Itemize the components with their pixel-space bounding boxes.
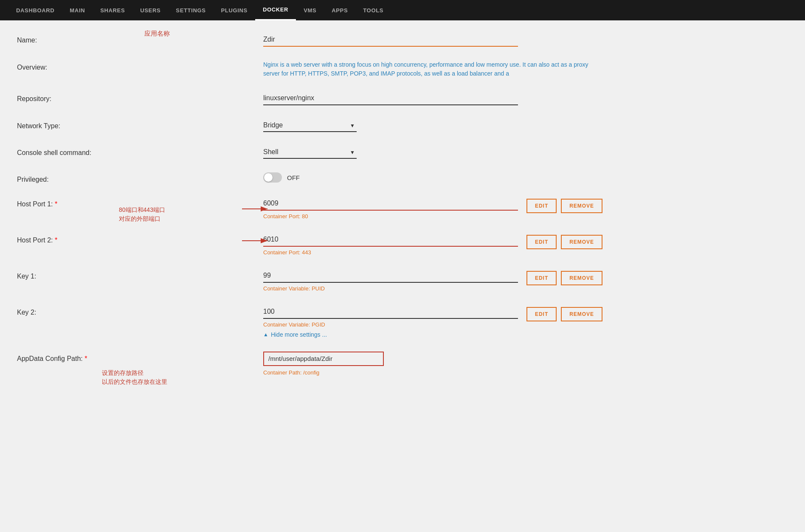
- port2-row-inner: Container Port: 443 EDIT REMOVE: [263, 233, 788, 256]
- port1-remove-button[interactable]: REMOVE: [561, 199, 602, 213]
- key2-remove-button[interactable]: REMOVE: [561, 307, 602, 321]
- repository-input[interactable]: [263, 92, 518, 105]
- chevron-up-icon: ▲: [263, 332, 268, 338]
- main-nav: DASHBOARD MAIN SHARES USERS SETTINGS PLU…: [0, 0, 805, 20]
- repository-row: Repository:: [17, 92, 788, 105]
- appdata-row: AppData Config Path: * Container Path: /…: [17, 352, 788, 376]
- port1-btn-group: EDIT REMOVE: [526, 197, 602, 213]
- overview-row: Overview: Nginx is a web server with a s…: [17, 60, 788, 78]
- nav-item-shares[interactable]: SHARES: [93, 0, 132, 20]
- key1-row-inner: Container Variable: PUID EDIT REMOVE: [263, 269, 788, 292]
- appdata-path-wrapper: [263, 352, 384, 366]
- key2-edit-button[interactable]: EDIT: [526, 307, 557, 321]
- host-port1-field: Container Port: 80 EDIT REMOVE: [263, 197, 788, 220]
- appdata-label: AppData Config Path: *: [17, 352, 263, 363]
- console-shell-wrapper: Shell bash sh ▼: [263, 146, 357, 159]
- host-port2-input[interactable]: [263, 233, 518, 247]
- name-input[interactable]: [263, 33, 518, 47]
- network-type-field: Bridge Host None ▼: [263, 119, 788, 132]
- host-port2-label: Host Port 2: *: [17, 233, 263, 244]
- console-shell-select[interactable]: Shell bash sh: [263, 146, 357, 159]
- appdata-required: *: [84, 355, 87, 362]
- nav-item-vms[interactable]: VMS: [296, 0, 324, 20]
- console-shell-label: Console shell command:: [17, 146, 263, 157]
- host-port1-input[interactable]: [263, 197, 518, 211]
- toggle-knob: [264, 173, 273, 182]
- appdata-annotation: 设置的存放路径 以后的文件也存放在这里: [102, 369, 167, 386]
- privileged-toggle-wrapper: OFF: [263, 172, 788, 183]
- nav-item-settings[interactable]: SETTINGS: [168, 0, 213, 20]
- key1-field: Container Variable: PUID EDIT REMOVE: [263, 269, 788, 292]
- key1-edit-button[interactable]: EDIT: [526, 271, 557, 285]
- key1-input[interactable]: [263, 269, 518, 283]
- overview-field: Nginx is a web server with a strong focu…: [263, 60, 788, 78]
- key1-container-label: Container Variable: PUID: [263, 285, 518, 292]
- name-annotation: 应用名称: [144, 29, 170, 39]
- appdata-input[interactable]: [268, 355, 379, 362]
- host-port2-required: *: [55, 236, 57, 244]
- privileged-label: Privileged:: [17, 172, 263, 183]
- port2-remove-button[interactable]: REMOVE: [561, 235, 602, 249]
- nav-item-main[interactable]: MAIN: [62, 0, 93, 20]
- key2-input[interactable]: [263, 305, 518, 319]
- overview-text: Nginx is a web server with a strong focu…: [263, 60, 603, 78]
- name-field: 应用名称: [263, 33, 788, 47]
- privileged-toggle[interactable]: [263, 172, 282, 183]
- network-type-wrapper: Bridge Host None ▼: [263, 119, 357, 132]
- nav-item-plugins[interactable]: PLUGINS: [214, 0, 255, 20]
- key2-row-inner: Container Variable: PGID EDIT REMOVE: [263, 305, 788, 328]
- console-shell-field: Shell bash sh ▼: [263, 146, 788, 159]
- main-content: Name: 应用名称 Overview: Nginx is a web serv…: [0, 20, 805, 402]
- key2-row: Key 2: Container Variable: PGID EDIT REM…: [17, 305, 788, 338]
- nav-item-docker[interactable]: DOCKER: [255, 0, 296, 20]
- container-port2-label: Container Port: 443: [263, 249, 518, 256]
- host-port2-field: Container Port: 443 EDIT REMOVE: [263, 233, 788, 256]
- key1-btn-group: EDIT REMOVE: [526, 269, 602, 285]
- key1-label: Key 1:: [17, 269, 263, 280]
- key2-btn-group: EDIT REMOVE: [526, 305, 602, 321]
- privileged-row: Privileged: OFF: [17, 172, 788, 183]
- key1-row: Key 1: Container Variable: PUID EDIT REM…: [17, 269, 788, 292]
- port1-row-inner: Container Port: 80 EDIT REMOVE: [263, 197, 788, 220]
- network-type-select[interactable]: Bridge Host None: [263, 119, 357, 132]
- name-row: Name: 应用名称: [17, 33, 788, 47]
- host-port1-label: Host Port 1: *: [17, 197, 263, 208]
- key2-label: Key 2:: [17, 305, 263, 316]
- host-port1-row: Host Port 1: * Container Port: 80 EDIT R…: [17, 197, 788, 220]
- hide-settings-label: Hide more settings ...: [271, 331, 327, 338]
- port1-edit-button[interactable]: EDIT: [526, 199, 557, 213]
- appdata-container-label: Container Path: /config: [263, 369, 788, 376]
- appdata-field: Container Path: /config: [263, 352, 788, 376]
- privileged-state-label: OFF: [287, 174, 300, 181]
- privileged-field: OFF: [263, 172, 788, 183]
- nav-item-dashboard[interactable]: DASHBOARD: [8, 0, 62, 20]
- host-port2-row: Host Port 2: * Container Port: 443 EDIT …: [17, 233, 788, 256]
- key2-field: Container Variable: PGID EDIT REMOVE ▲ H…: [263, 305, 788, 338]
- port2-edit-button[interactable]: EDIT: [526, 235, 557, 249]
- port2-btn-group: EDIT REMOVE: [526, 233, 602, 249]
- overview-label: Overview:: [17, 60, 263, 71]
- repository-label: Repository:: [17, 92, 263, 103]
- nav-item-users[interactable]: USERS: [132, 0, 168, 20]
- console-shell-row: Console shell command: Shell bash sh ▼: [17, 146, 788, 159]
- key2-container-label: Container Variable: PGID: [263, 321, 518, 328]
- port-annotation: 80端口和443端口 对应的外部端口: [119, 205, 165, 223]
- key1-remove-button[interactable]: REMOVE: [561, 271, 602, 285]
- hide-settings-link[interactable]: ▲ Hide more settings ...: [263, 331, 788, 338]
- nav-item-tools[interactable]: TOOLS: [355, 0, 391, 20]
- container-port1-label: Container Port: 80: [263, 213, 518, 220]
- key2-input-wrapper: Container Variable: PGID: [263, 305, 518, 328]
- network-type-row: Network Type: Bridge Host None ▼: [17, 119, 788, 132]
- nav-item-apps[interactable]: APPS: [324, 0, 355, 20]
- key1-input-wrapper: Container Variable: PUID: [263, 269, 518, 292]
- host-port1-required: *: [55, 200, 57, 208]
- port1-input-wrapper: Container Port: 80: [263, 197, 518, 220]
- name-label: Name:: [17, 33, 263, 44]
- network-type-label: Network Type:: [17, 119, 263, 130]
- repository-field: [263, 92, 788, 105]
- port2-input-wrapper: Container Port: 443: [263, 233, 518, 256]
